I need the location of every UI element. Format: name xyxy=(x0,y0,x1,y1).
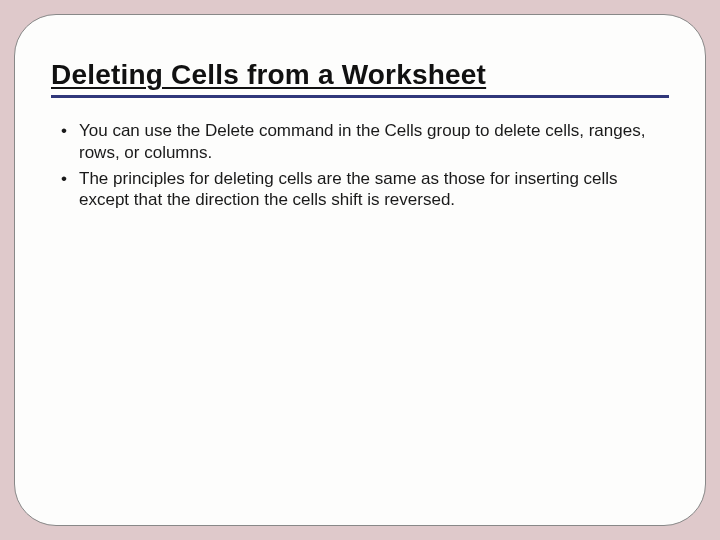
bullet-list: You can use the Delete command in the Ce… xyxy=(51,120,669,211)
bullet-text: You can use the Delete command in the Ce… xyxy=(79,121,645,162)
bullet-text: The principles for deleting cells are th… xyxy=(79,169,618,210)
slide-background: Deleting Cells from a Worksheet You can … xyxy=(0,0,720,540)
slide-title: Deleting Cells from a Worksheet xyxy=(51,59,486,90)
list-item: The principles for deleting cells are th… xyxy=(57,168,663,212)
title-container: Deleting Cells from a Worksheet xyxy=(51,59,669,98)
slide-card: Deleting Cells from a Worksheet You can … xyxy=(14,14,706,526)
list-item: You can use the Delete command in the Ce… xyxy=(57,120,663,164)
